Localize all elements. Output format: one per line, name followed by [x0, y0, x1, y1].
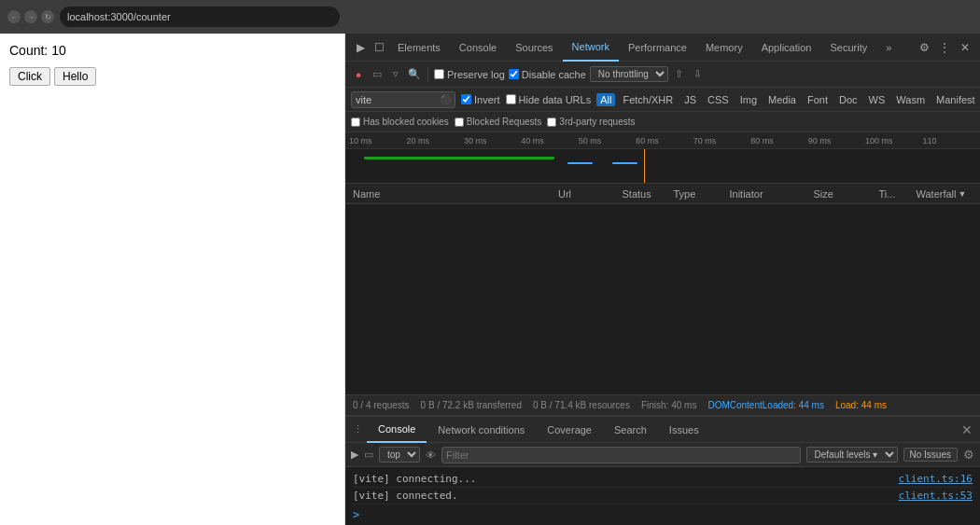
tab-sources[interactable]: Sources [506, 34, 562, 62]
th-name[interactable]: Name [349, 188, 554, 200]
ruler-marks: 10 ms 20 ms 30 ms 40 ms 50 ms 60 ms 70 m… [345, 136, 980, 145]
console-prompt[interactable]: > [353, 508, 973, 521]
tab-network[interactable]: Network [563, 34, 619, 62]
has-blocked-cookies-checkbox[interactable] [351, 117, 360, 127]
record-stop-button[interactable]: ● [351, 67, 366, 82]
status-resources: 0 B / 71.4 kB resources [533, 400, 630, 410]
bottom-tab-issues[interactable]: Issues [658, 417, 710, 443]
refresh-button[interactable]: ↻ [41, 10, 54, 23]
blocked-requests-label[interactable]: Blocked Requests [455, 117, 542, 127]
devtools-topbar: ▶ ☐ Elements Console Sources Network Per… [345, 34, 980, 62]
preserve-log-label[interactable]: Preserve log [434, 69, 505, 80]
bottom-tab-console[interactable]: Console [367, 417, 427, 443]
filter-tag-css[interactable]: CSS [704, 93, 733, 106]
close-devtools-icon[interactable]: ✕ [956, 38, 974, 57]
status-bar: 0 / 4 requests 0 B / 72.2 kB transferred… [345, 394, 980, 415]
tab-performance[interactable]: Performance [619, 34, 696, 62]
th-type[interactable]: Type [670, 188, 726, 200]
invert-label[interactable]: Invert [461, 94, 500, 105]
th-ti[interactable]: Ti... [875, 188, 913, 200]
forward-button[interactable]: → [24, 10, 37, 23]
devtools-inspect-icon[interactable]: ☐ [370, 38, 388, 57]
address-bar[interactable]: localhost:3000/counter [60, 7, 340, 27]
timeline-chart [345, 149, 980, 184]
filter-tag-wasm[interactable]: Wasm [892, 93, 929, 106]
console-run-button[interactable]: ▶ [351, 449, 358, 461]
settings-icon[interactable]: ⚙ [915, 38, 933, 57]
ruler-mark-20: 20 ms [406, 136, 463, 145]
filter-tag-media[interactable]: Media [764, 93, 800, 106]
back-button[interactable]: ← [7, 10, 21, 23]
clear-button[interactable]: ▭ [370, 67, 385, 82]
close-bottom-panel-button[interactable]: ✕ [958, 422, 976, 437]
filter-tag-js[interactable]: JS [680, 93, 700, 106]
bottom-tab-coverage[interactable]: Coverage [536, 417, 603, 443]
blocked-requests-checkbox[interactable] [455, 117, 464, 127]
console-log-2: [vite] connected. client.ts:53 [353, 488, 973, 504]
filter-tag-all[interactable]: All [596, 93, 615, 106]
devtools-tabs: Elements Console Sources Network Perform… [388, 34, 915, 62]
more-options-icon[interactable]: ⋮ [935, 38, 954, 57]
third-party-label[interactable]: 3rd-party requests [547, 117, 635, 127]
status-dom: DOMContentLoaded: 44 ms [707, 400, 824, 410]
ruler-mark-60: 60 ms [636, 136, 693, 145]
console-log-1-source[interactable]: client.ts:16 [899, 473, 973, 485]
search-icon[interactable]: 🔍 [407, 67, 422, 82]
th-initiator[interactable]: Initiator [726, 188, 810, 200]
console-eye-icon[interactable]: 👁 [426, 449, 436, 461]
console-filter-input[interactable] [446, 449, 796, 461]
timeline-bar-2 [567, 162, 593, 164]
invert-checkbox[interactable] [461, 94, 471, 104]
th-size[interactable]: Size [810, 188, 875, 200]
tab-application[interactable]: Application [752, 34, 821, 62]
filter-tag-img[interactable]: Img [736, 93, 761, 106]
console-log-2-source[interactable]: client.ts:53 [899, 490, 973, 502]
has-blocked-cookies-label[interactable]: Has blocked cookies [351, 117, 449, 127]
filter-tag-font[interactable]: Font [804, 93, 832, 106]
console-level-select[interactable]: Default levels ▾ [806, 447, 898, 463]
app-buttons: Click Hello [9, 67, 335, 86]
th-status[interactable]: Status [619, 188, 670, 200]
hello-button[interactable]: Hello [54, 67, 96, 86]
import-icon[interactable]: ⇧ [672, 67, 687, 82]
table-header: Name Url Status Type Initiator Size Ti..… [345, 184, 980, 204]
filter-tag-ws[interactable]: WS [865, 93, 889, 106]
bottom-tab-network-conditions[interactable]: Network conditions [427, 417, 536, 443]
filter-input-wrap: ⚫ [351, 91, 455, 108]
console-issues-badge[interactable]: No Issues [903, 448, 958, 462]
filter-input[interactable] [356, 94, 440, 105]
preserve-log-checkbox[interactable] [434, 69, 444, 79]
devtools-panel: ▶ ☐ Elements Console Sources Network Per… [345, 34, 980, 525]
tab-elements[interactable]: Elements [388, 34, 450, 62]
tab-memory[interactable]: Memory [696, 34, 752, 62]
third-party-checkbox[interactable] [547, 117, 556, 127]
filter-tag-doc[interactable]: Doc [835, 93, 861, 106]
devtools-pointer-icon[interactable]: ▶ [351, 38, 370, 57]
app-area: Count: 10 Click Hello [0, 34, 345, 525]
filter-tags: All Fetch/XHR JS CSS Img Media Font Doc … [596, 93, 980, 106]
disable-cache-label[interactable]: Disable cache [509, 69, 586, 80]
bottom-panel-menu-icon[interactable]: ⋮ [353, 423, 363, 435]
filter-tag-manifest[interactable]: Manifest [932, 93, 979, 106]
disable-cache-checkbox[interactable] [509, 69, 519, 79]
devtools-right-icons: ⚙ ⋮ ✕ [915, 38, 974, 57]
filter-bar: ⚫ Invert Hide data URLs All Fetch/XHR JS… [345, 88, 980, 112]
bottom-tab-search[interactable]: Search [603, 417, 658, 443]
tab-more[interactable]: » [876, 34, 901, 62]
hide-data-urls-checkbox[interactable] [506, 94, 516, 104]
tab-security[interactable]: Security [820, 34, 876, 62]
tab-console[interactable]: Console [450, 34, 506, 62]
console-settings-icon[interactable]: ⚙ [963, 448, 974, 462]
hide-data-urls-label[interactable]: Hide data URLs [506, 94, 592, 105]
ruler-mark-70: 70 ms [693, 136, 750, 145]
export-icon[interactable]: ⇩ [691, 67, 706, 82]
th-waterfall[interactable]: Waterfall ▼ [913, 188, 977, 200]
click-button[interactable]: Click [9, 67, 50, 86]
filter-icon[interactable]: ▿ [388, 67, 403, 82]
throttle-select[interactable]: No throttling [590, 66, 668, 82]
th-url[interactable]: Url [554, 188, 619, 200]
status-finish: Finish: 40 ms [641, 400, 696, 410]
console-clear-icon[interactable]: ▭ [364, 449, 373, 461]
filter-tag-fetch[interactable]: Fetch/XHR [619, 93, 677, 106]
console-context-select[interactable]: top [379, 447, 420, 463]
